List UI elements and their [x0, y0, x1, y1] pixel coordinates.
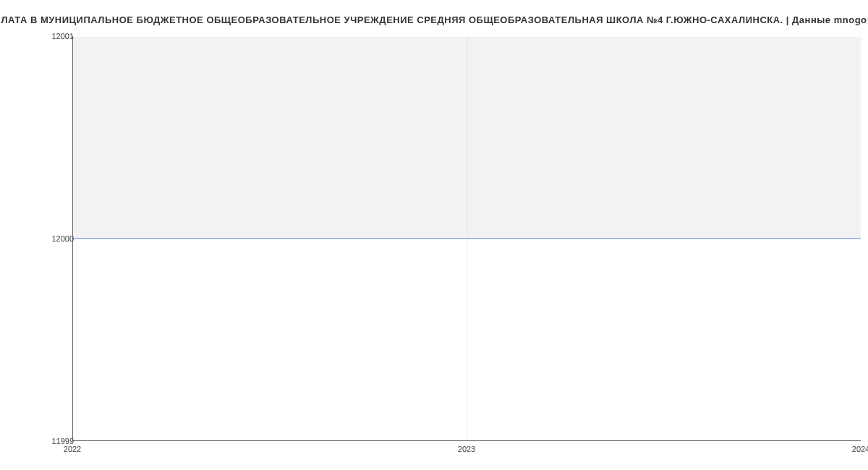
chart-title: ЛАТА В МУНИЦИПАЛЬНОЕ БЮДЖЕТНОЕ ОБЩЕОБРАЗ… [0, 14, 868, 25]
x-tick-label: 2022 [64, 445, 81, 453]
y-tick-label: 12001 [51, 32, 74, 40]
chart-plot-area [72, 36, 861, 441]
plot-region [72, 36, 861, 441]
data-line-series-0 [73, 238, 861, 239]
x-tick-label: 2024 [852, 445, 868, 453]
x-tick-label: 2023 [458, 445, 475, 453]
y-tick-label: 12000 [51, 234, 74, 243]
